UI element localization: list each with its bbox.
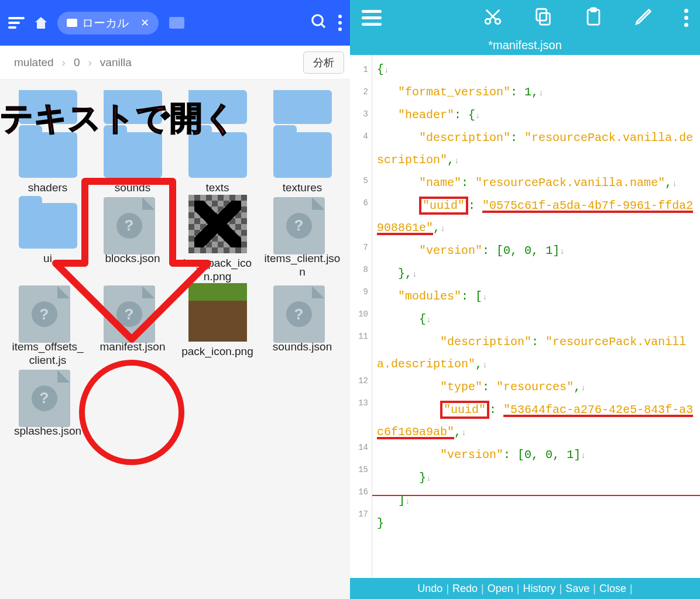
svg-line-1 [321,24,325,27]
new-tab-icon[interactable] [169,17,184,29]
folder-item[interactable] [92,90,173,124]
redo-button[interactable]: Redo [452,583,478,595]
file-manager-pane: ローカル ✕ mulated › 0 › vanilla 分析 shaders … [0,0,350,599]
home-icon[interactable] [35,17,47,29]
search-icon[interactable] [310,13,328,33]
file-item-manifest[interactable]: ?manifest.json [92,291,173,367]
overflow-menu-icon[interactable] [684,9,688,27]
editor-footer: Undo| Redo| Open| History| Save| Close| [350,578,700,599]
crumb-segment[interactable]: mulated [6,56,62,69]
menu-icon[interactable] [362,10,382,26]
crumb-segment[interactable]: 0 [66,56,88,69]
open-button[interactable]: Open [488,583,513,595]
save-button[interactable]: Save [565,583,589,595]
file-manager-toolbar: ローカル ✕ [0,0,350,46]
folder-item[interactable]: sounds [92,132,173,195]
line-numbers: 1234567891011121314151617 [350,55,372,578]
folder-item[interactable]: ui [7,203,88,284]
folder-item[interactable] [177,90,258,124]
close-button[interactable]: Close [599,583,626,595]
file-item[interactable]: ?items_offsets_client.js [7,291,88,367]
close-tab-icon[interactable]: ✕ [140,16,149,29]
copy-icon[interactable] [533,6,553,29]
undo-button[interactable]: Undo [417,583,442,595]
image-item[interactable]: pack_icon.png [177,291,258,367]
file-item[interactable]: ?sounds.json [262,291,343,367]
image-item[interactable]: bug_pack_icon.png [177,203,258,284]
cut-icon[interactable] [483,6,503,29]
folder-item[interactable] [262,90,343,124]
location-tab[interactable]: ローカル ✕ [57,12,159,35]
editor-body[interactable]: 1234567891011121314151617 {↓ "format_ver… [350,55,700,578]
tab-label: ローカル [82,15,129,31]
editor-toolbar [350,0,700,35]
svg-rect-5 [537,9,547,20]
folder-item[interactable] [7,90,88,124]
file-item[interactable]: ?splashes.json [7,376,88,438]
file-item[interactable]: ?items_client.json [262,203,343,284]
editor-filename: *manifest.json [350,35,700,55]
breadcrumb: mulated › 0 › vanilla 分析 [0,46,350,80]
history-button[interactable]: History [523,583,556,595]
file-item[interactable]: ?blocks.json [92,203,173,284]
svg-rect-4 [540,13,550,25]
file-grid: shaders sounds texts textures ui ?blocks… [0,80,350,599]
menu-icon[interactable] [8,17,25,29]
paste-icon[interactable] [584,6,603,29]
folder-item[interactable]: texts [177,132,258,195]
overflow-menu-icon[interactable] [338,15,342,31]
cursor-line-indicator [372,495,700,496]
svg-point-0 [313,15,323,26]
text-editor-pane: *manifest.json 1234567891011121314151617… [350,0,700,599]
code-content[interactable]: {↓ "format_version": 1,↓ "header": {↓ "d… [372,55,700,578]
analyze-button[interactable]: 分析 [303,51,344,74]
edit-icon[interactable] [634,6,654,29]
folder-item[interactable]: shaders [7,132,88,195]
folder-item[interactable]: textures [262,132,343,195]
crumb-segment[interactable]: vanilla [92,56,140,69]
